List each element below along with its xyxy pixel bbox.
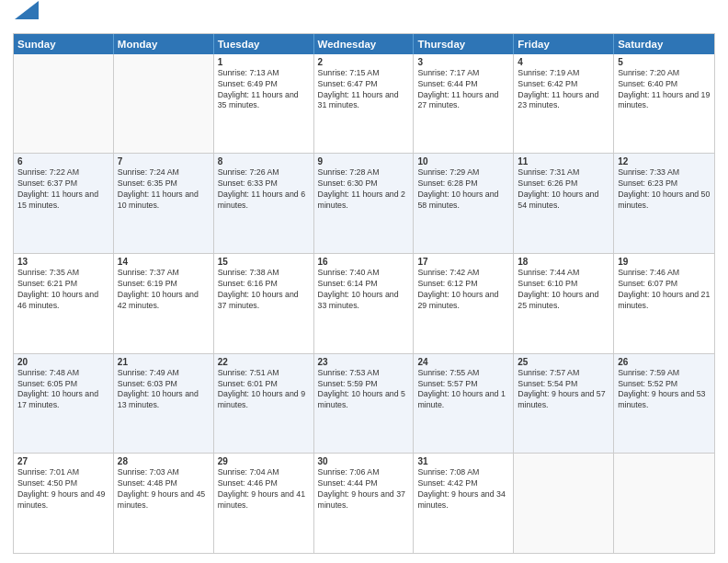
daylight-text: Daylight: 10 hours and 29 minutes. [417,290,509,312]
day-number: 20 [17,357,109,367]
day-cell-6: 6Sunrise: 7:22 AMSunset: 6:37 PMDaylight… [14,154,114,253]
daylight-text: Daylight: 11 hours and 10 minutes. [118,190,210,212]
empty-cell [614,454,714,553]
sunset-text: Sunset: 4:44 PM [318,478,410,489]
daylight-text: Daylight: 10 hours and 17 minutes. [17,389,109,411]
day-cell-18: 18Sunrise: 7:44 AMSunset: 6:10 PMDayligh… [514,254,614,353]
calendar-row-5: 27Sunrise: 7:01 AMSunset: 4:50 PMDayligh… [14,453,714,553]
sunset-text: Sunset: 6:26 PM [518,178,609,190]
svg-marker-0 [15,1,39,19]
sunset-text: Sunset: 6:35 PM [118,178,210,190]
calendar: SundayMondayTuesdayWednesdayThursdayFrid… [13,33,715,554]
sunrise-text: Sunrise: 7:46 AM [618,268,711,279]
day-number: 11 [518,156,609,167]
sunset-text: Sunset: 6:19 PM [118,279,210,290]
day-number: 4 [518,57,609,67]
day-cell-15: 15Sunrise: 7:38 AMSunset: 6:16 PMDayligh… [214,254,314,353]
sunrise-text: Sunrise: 7:17 AM [417,68,509,79]
day-header-tuesday: Tuesday [214,34,314,54]
sunrise-text: Sunrise: 7:40 AM [318,268,410,279]
sunset-text: Sunset: 6:10 PM [518,279,609,290]
day-number: 3 [417,57,509,67]
calendar-row-4: 20Sunrise: 7:48 AMSunset: 6:05 PMDayligh… [14,353,714,454]
daylight-text: Daylight: 9 hours and 41 minutes. [218,489,310,511]
day-header-saturday: Saturday [614,34,714,54]
sunrise-text: Sunrise: 7:53 AM [318,368,410,379]
day-number: 12 [618,156,711,167]
day-number: 26 [618,357,711,367]
sunset-text: Sunset: 4:48 PM [118,478,210,489]
day-number: 14 [118,257,210,267]
sunrise-text: Sunrise: 7:13 AM [218,68,310,79]
day-number: 10 [417,156,509,167]
day-cell-13: 13Sunrise: 7:35 AMSunset: 6:21 PMDayligh… [14,254,114,353]
sunrise-text: Sunrise: 7:26 AM [218,167,310,178]
day-cell-16: 16Sunrise: 7:40 AMSunset: 6:14 PMDayligh… [314,254,415,353]
sunset-text: Sunset: 6:49 PM [218,79,310,90]
empty-cell [114,54,214,154]
day-number: 17 [417,257,509,267]
sunrise-text: Sunrise: 7:03 AM [118,467,210,478]
day-number: 1 [218,57,310,67]
day-cell-5: 5Sunrise: 7:20 AMSunset: 6:40 PMDaylight… [614,54,714,154]
logo [13,9,39,28]
header [13,9,715,28]
day-number: 28 [118,456,210,466]
day-cell-9: 9Sunrise: 7:28 AMSunset: 6:30 PMDaylight… [314,154,415,253]
day-number: 21 [118,357,210,367]
daylight-text: Daylight: 9 hours and 37 minutes. [318,489,410,511]
day-number: 16 [318,257,410,267]
day-cell-2: 2Sunrise: 7:15 AMSunset: 6:47 PMDaylight… [314,54,415,154]
sunrise-text: Sunrise: 7:06 AM [318,467,410,478]
sunset-text: Sunset: 6:33 PM [218,178,310,190]
sunset-text: Sunset: 6:42 PM [518,79,609,90]
day-cell-3: 3Sunrise: 7:17 AMSunset: 6:44 PMDaylight… [414,54,514,154]
sunrise-text: Sunrise: 7:42 AM [417,268,509,279]
day-number: 6 [17,156,109,167]
day-cell-22: 22Sunrise: 7:51 AMSunset: 6:01 PMDayligh… [214,354,314,454]
sunset-text: Sunset: 6:14 PM [318,279,410,290]
sunset-text: Sunset: 5:54 PM [518,379,609,390]
sunrise-text: Sunrise: 7:24 AM [118,167,210,178]
sunset-text: Sunset: 6:05 PM [17,379,109,390]
daylight-text: Daylight: 10 hours and 58 minutes. [417,190,509,212]
calendar-row-1: 1Sunrise: 7:13 AMSunset: 6:49 PMDaylight… [14,54,714,154]
daylight-text: Daylight: 9 hours and 34 minutes. [417,489,509,511]
daylight-text: Daylight: 11 hours and 35 minutes. [218,90,310,112]
sunset-text: Sunset: 4:46 PM [218,478,310,489]
daylight-text: Daylight: 10 hours and 9 minutes. [218,389,310,411]
sunset-text: Sunset: 5:59 PM [318,379,410,390]
sunset-text: Sunset: 6:16 PM [218,279,310,290]
sunset-text: Sunset: 5:57 PM [417,379,509,390]
day-cell-4: 4Sunrise: 7:19 AMSunset: 6:42 PMDaylight… [514,54,614,154]
daylight-text: Daylight: 10 hours and 25 minutes. [518,290,609,312]
daylight-text: Daylight: 9 hours and 45 minutes. [118,489,210,511]
sunset-text: Sunset: 6:23 PM [618,178,711,190]
day-number: 2 [318,57,410,67]
sunrise-text: Sunrise: 7:01 AM [17,467,109,478]
sunset-text: Sunset: 6:01 PM [218,379,310,390]
sunrise-text: Sunrise: 7:49 AM [118,368,210,379]
sunrise-text: Sunrise: 7:19 AM [518,68,609,79]
day-cell-7: 7Sunrise: 7:24 AMSunset: 6:35 PMDaylight… [114,154,214,253]
sunset-text: Sunset: 6:44 PM [417,79,509,90]
sunrise-text: Sunrise: 7:38 AM [218,268,310,279]
empty-cell [514,454,614,553]
daylight-text: Daylight: 10 hours and 46 minutes. [17,290,109,312]
sunrise-text: Sunrise: 7:55 AM [417,368,509,379]
sunrise-text: Sunrise: 7:20 AM [618,68,711,79]
sunrise-text: Sunrise: 7:59 AM [618,368,711,379]
day-cell-1: 1Sunrise: 7:13 AMSunset: 6:49 PMDaylight… [214,54,314,154]
sunset-text: Sunset: 6:21 PM [17,279,109,290]
day-cell-28: 28Sunrise: 7:03 AMSunset: 4:48 PMDayligh… [114,454,214,553]
daylight-text: Daylight: 10 hours and 1 minute. [417,389,509,411]
day-header-sunday: Sunday [14,34,114,54]
sunset-text: Sunset: 6:47 PM [318,79,410,90]
day-cell-20: 20Sunrise: 7:48 AMSunset: 6:05 PMDayligh… [14,354,114,454]
sunrise-text: Sunrise: 7:57 AM [518,368,609,379]
daylight-text: Daylight: 10 hours and 37 minutes. [218,290,310,312]
day-cell-24: 24Sunrise: 7:55 AMSunset: 5:57 PMDayligh… [414,354,514,454]
daylight-text: Daylight: 10 hours and 5 minutes. [318,389,410,411]
day-number: 18 [518,257,609,267]
daylight-text: Daylight: 10 hours and 42 minutes. [118,290,210,312]
